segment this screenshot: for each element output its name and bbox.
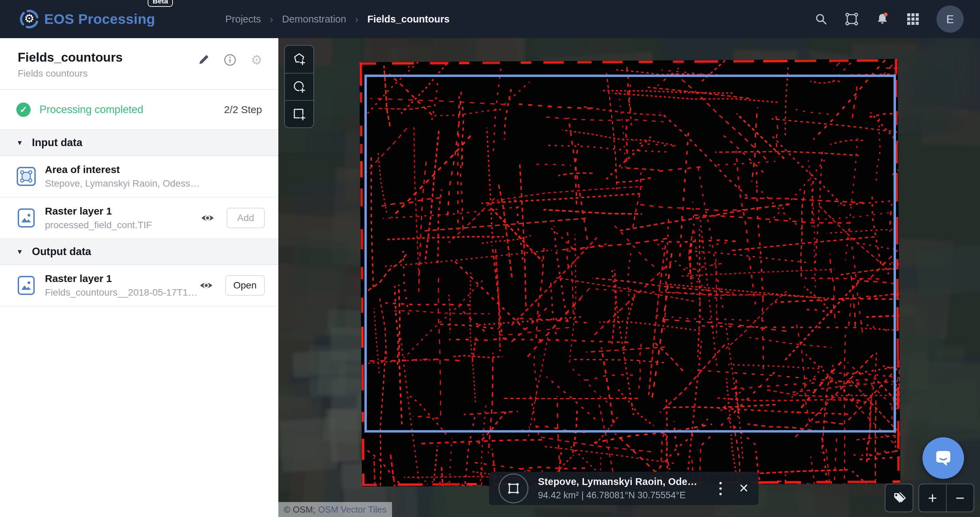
input-data-section[interactable]: ▼ Input data bbox=[0, 130, 278, 156]
output-data-section[interactable]: ▼ Output data bbox=[0, 239, 278, 265]
draw-circle-button[interactable] bbox=[285, 73, 313, 100]
draw-polygon-button[interactable] bbox=[285, 46, 313, 73]
status-text: Processing completed bbox=[40, 104, 143, 116]
search-icon[interactable] bbox=[814, 12, 828, 26]
aoi-select-icon[interactable] bbox=[845, 12, 859, 26]
aoi-card-meta: 94.42 km² | 46.78081°N 30.75554°E bbox=[538, 490, 701, 501]
workflow-sidebar: Fields_countours Fields countours ⚙ ✓ Pr… bbox=[0, 38, 278, 517]
map-attribution: © OSM; OSM Vector Tiles bbox=[278, 502, 392, 517]
aoi-rectangle[interactable] bbox=[364, 75, 896, 432]
aoi-list-item[interactable]: Area of interest Stepove, Lymanskyi Raoi… bbox=[0, 156, 278, 198]
avatar[interactable]: E bbox=[937, 5, 964, 33]
draw-tool-panel bbox=[284, 45, 314, 128]
edit-pencil-icon[interactable] bbox=[197, 53, 210, 67]
input-raster-item[interactable]: Raster layer 1 processed_field_cont.TIF … bbox=[0, 198, 278, 239]
attribution-link[interactable]: OSM Vector Tiles bbox=[318, 504, 387, 515]
visibility-eye-icon[interactable] bbox=[199, 278, 214, 293]
chat-bubble-button[interactable] bbox=[923, 437, 964, 479]
collapse-triangle-icon: ▼ bbox=[16, 248, 23, 256]
add-button[interactable]: Add bbox=[227, 208, 265, 228]
collapse-triangle-icon: ▼ bbox=[16, 139, 23, 147]
breadcrumb-project[interactable]: Demonstration bbox=[282, 14, 347, 25]
aoi-item-title: Area of interest bbox=[45, 164, 205, 176]
notifications-bell-icon[interactable] bbox=[875, 12, 889, 26]
input-raster-subtitle: processed_field_cont.TIF bbox=[45, 220, 152, 231]
aoi-info-card: Stepove, Lymanskyi Raoin, Odessa Obla...… bbox=[489, 472, 759, 505]
close-icon[interactable]: ✕ bbox=[739, 482, 749, 495]
visibility-eye-icon[interactable] bbox=[200, 211, 215, 225]
raster-item-icon bbox=[16, 208, 36, 228]
breadcrumb-separator: › bbox=[355, 13, 358, 25]
zoom-control: + − bbox=[918, 483, 974, 512]
workflow-header: Fields_countours Fields countours ⚙ bbox=[0, 38, 278, 90]
output-raster-title: Raster layer 1 bbox=[45, 273, 199, 284]
aoi-item-subtitle: Stepove, Lymanskyi Raoin, Odessa Oblast,… bbox=[45, 178, 205, 189]
processing-status: ✓ Processing completed 2/2 Step bbox=[0, 90, 278, 130]
apps-grid-icon[interactable] bbox=[906, 12, 920, 26]
labels-toggle-button[interactable] bbox=[885, 483, 913, 512]
zoom-in-button[interactable]: + bbox=[919, 484, 946, 512]
open-button[interactable]: Open bbox=[225, 275, 265, 296]
breadcrumb-current: Fields_countours bbox=[367, 14, 450, 25]
info-icon[interactable] bbox=[223, 53, 237, 67]
breadcrumb-separator: › bbox=[270, 13, 273, 25]
brand-gear-icon: ⚙ bbox=[20, 10, 39, 29]
aoi-card-title: Stepove, Lymanskyi Raoin, Odessa Obla... bbox=[538, 476, 701, 487]
workflow-subtitle: Fields countours bbox=[18, 68, 262, 79]
output-raster-item[interactable]: Raster layer 1 Fields_countours__2018-05… bbox=[0, 265, 278, 306]
breadcrumb-projects[interactable]: Projects bbox=[225, 14, 261, 25]
brand-name: EOS Processing bbox=[44, 11, 155, 27]
input-raster-title: Raster layer 1 bbox=[45, 205, 152, 217]
aoi-card-icon bbox=[498, 473, 528, 503]
settings-gear-icon[interactable]: ⚙ bbox=[250, 53, 263, 67]
more-options-icon[interactable] bbox=[717, 480, 724, 497]
aoi-item-icon bbox=[16, 166, 36, 186]
raster-item-icon bbox=[16, 276, 36, 295]
top-bar: ⚙ EOS Processing Beta Projects › Demonst… bbox=[0, 0, 980, 38]
brand-logo[interactable]: ⚙ EOS Processing Beta bbox=[20, 10, 155, 29]
draw-rectangle-button[interactable] bbox=[285, 100, 313, 128]
map-canvas[interactable]: Stepove, Lymanskyi Raoin, Odessa Obla...… bbox=[278, 38, 980, 517]
output-raster-subtitle: Fields_countours__2018-05-17T15-01... bbox=[45, 287, 199, 298]
breadcrumb: Projects › Demonstration › Fields_counto… bbox=[225, 13, 450, 25]
beta-badge: Beta bbox=[148, 0, 173, 7]
status-step-count: 2/2 Step bbox=[224, 104, 262, 115]
check-circle-icon: ✓ bbox=[16, 102, 30, 117]
zoom-out-button[interactable]: − bbox=[946, 484, 974, 512]
